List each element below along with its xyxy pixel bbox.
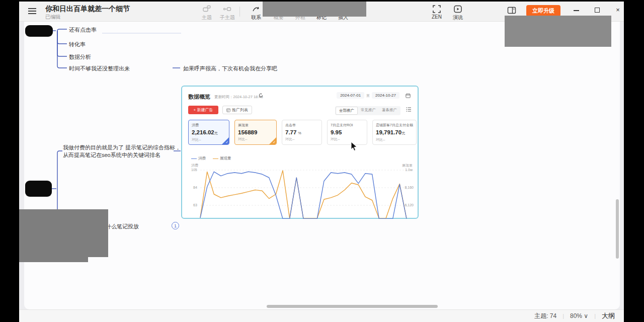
mindmap-topic[interactable]: 如果呼声很高，下次有机会我在分享吧 <box>183 65 277 72</box>
grid-icon <box>226 108 230 112</box>
app-window: 你和日出百单就差一个细节 已编辑 主题 子主题 联系 概要 外框 <box>19 2 624 322</box>
list-settings-icon[interactable] <box>406 107 412 113</box>
left-axis-title: 消费 <box>191 163 198 168</box>
censored-region-topright <box>505 16 611 47</box>
mindmap-topic[interactable]: 转化率 <box>69 41 86 48</box>
chart-legend: 消费 展现量 <box>191 156 231 161</box>
metric-card-impressions[interactable]: 展现量 156889 环比-- ✓ <box>234 120 277 145</box>
statusbar-divider: | <box>594 313 596 319</box>
date-start[interactable]: 2024-07-01 <box>337 92 364 99</box>
new-ad-button[interactable]: + 新建广告 <box>188 106 218 114</box>
statusbar-divider: | <box>562 313 564 319</box>
censored-region-toolbar <box>263 2 366 17</box>
left-tick: 105 <box>191 168 197 172</box>
note-count-badge[interactable]: 1 <box>172 222 179 229</box>
topic-count: 主题: 74 <box>534 312 556 320</box>
mouse-cursor <box>351 141 358 151</box>
right-tick: 1.0w <box>405 168 413 172</box>
dashboard-title: 数据概览 <box>188 93 210 101</box>
refresh-icon[interactable] <box>259 93 263 99</box>
metric-card-roi[interactable]: 7日总支付ROI 9.95 环比-- <box>327 120 367 145</box>
check-icon: ✓ <box>273 140 276 144</box>
mindmap-topic[interactable]: 什么笔记投放 <box>106 223 139 230</box>
calendar-icon[interactable] <box>406 93 411 99</box>
mindmap-topic-multiline[interactable]: 我做付费的目的就是为了 提示笔记的综合指标， 从而提高笔记在seo系统中的关键词… <box>63 144 181 159</box>
right-axis-title: 展现量 <box>402 163 413 168</box>
right-tick: 8,160 <box>405 186 414 189</box>
tab-all-promotion[interactable]: 全部推广 <box>336 107 358 115</box>
metric-card-ctr[interactable]: 点击率 7.77 % 环比-- <box>282 120 322 145</box>
check-icon: ✓ <box>225 140 228 144</box>
legend-spend[interactable]: 消费 <box>191 156 206 161</box>
dashboard-image-node[interactable]: 数据概览 更新时间：2024-10-27 18:48 2024-07-01 至 … <box>181 86 419 219</box>
mindmap-node-censored[interactable] <box>25 181 52 197</box>
trend-chart: 消费 展现量 105 84 63 1.0w 8,160 6,120 <box>187 162 415 219</box>
mindmap-node-censored[interactable] <box>25 25 53 37</box>
legend-impressions[interactable]: 展现量 <box>213 156 231 161</box>
outline-button[interactable]: 大纲 <box>602 311 615 320</box>
metric-card-new-customer-pay[interactable]: 店铺新客7日总支付金额 19,791.70元 环比-- <box>372 120 417 145</box>
right-tick: 6,120 <box>405 203 414 207</box>
mindmap-topic[interactable]: 还有点击率 <box>69 26 97 34</box>
censored-region-bottomleft <box>19 209 108 257</box>
promo-list-button[interactable]: 推广列表 <box>222 106 252 114</box>
left-tick: 84 <box>193 186 197 189</box>
trend-lines-svg <box>187 162 415 219</box>
mindmap-topic[interactable]: 数据分析 <box>69 53 91 61</box>
horizontal-scrollbar[interactable] <box>267 305 438 308</box>
paid-goal-line1: 我做付费的目的就是为了 提示笔记的综合指标， <box>63 144 181 151</box>
statusbar: 主题: 74 | 80% ∨ | 大纲 <box>19 309 624 322</box>
dashboard-update-time: 更新时间：2024-10-27 18:48 <box>214 95 263 100</box>
left-tick: 63 <box>193 203 197 207</box>
date-separator: 至 <box>366 93 370 98</box>
date-end[interactable]: 2024-10-27 <box>372 92 399 99</box>
paid-goal-line2: 从而提高笔记在seo系统中的关键词排名 <box>63 151 181 159</box>
mindmap-topic[interactable]: 时间不够我还没整理出来 <box>69 65 130 72</box>
tab-chips-promotion[interactable]: 薯条推广 <box>379 107 400 115</box>
date-range-picker[interactable]: 2024-07-01 至 2024-10-27 <box>337 92 399 99</box>
zoom-level[interactable]: 80% ∨ <box>570 312 588 319</box>
tab-regular-promotion[interactable]: 常见推广 <box>358 107 379 115</box>
metric-cards: 消费 2,216.02元 环比-- ✓ 展现量 156889 环比-- ✓ 点击… <box>188 120 417 145</box>
vertical-scrollbar[interactable] <box>616 199 619 259</box>
metric-card-spend[interactable]: 消费 2,216.02元 环比-- ✓ <box>188 120 229 145</box>
promotion-tabs: 全部推广 常见推广 薯条推广 <box>335 106 400 115</box>
